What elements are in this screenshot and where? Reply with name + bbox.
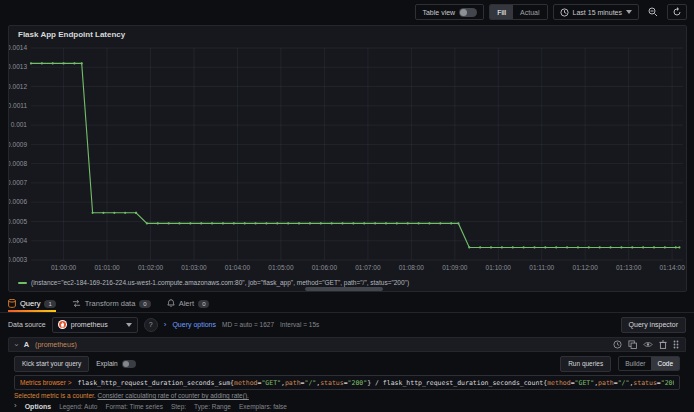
tab-transform-data[interactable]: Transform data 0 <box>72 295 151 312</box>
query-row-actions <box>613 340 679 349</box>
table-view-group[interactable]: Table view <box>415 4 484 20</box>
options-row[interactable]: › Options Legend: AutoFormat: Time serie… <box>14 402 680 410</box>
zoom-out-icon <box>648 7 658 17</box>
datasource-help-button[interactable]: ? <box>144 318 158 332</box>
explain-label: Explain <box>96 360 117 367</box>
metrics-browser-toggle[interactable]: Metrics browser > <box>20 379 71 386</box>
explain-toggle[interactable] <box>122 360 136 368</box>
svg-text:0.0003: 0.0003 <box>9 256 27 263</box>
options-detail: Legend: Auto <box>59 403 97 410</box>
warning-text: Selected metric is a counter. <box>14 392 96 399</box>
svg-text:01:05:00: 01:05:00 <box>268 264 294 271</box>
svg-text:01:12:00: 01:12:00 <box>573 264 599 271</box>
promql-expression[interactable]: flask_http_request_duration_seconds_sum{… <box>77 379 674 387</box>
legend-series-swatch <box>18 282 27 284</box>
svg-text:0.0013: 0.0013 <box>9 63 27 70</box>
chevron-right-icon: › <box>164 321 167 329</box>
svg-text:01:10:00: 01:10:00 <box>486 264 512 271</box>
tab-query-label: Query <box>20 299 40 308</box>
tab-alert[interactable]: Alert 0 <box>167 295 210 312</box>
options-detail: Step: <box>171 403 186 410</box>
bell-icon <box>167 299 175 308</box>
explain-control: Explain <box>96 360 135 368</box>
builder-code-group: Builder Code <box>618 356 680 371</box>
interval-detail: Interval = 15s <box>280 321 319 328</box>
counter-warning: Selected metric is a counter. Consider c… <box>14 392 680 399</box>
query-options-toggle[interactable]: Query options <box>172 321 216 328</box>
svg-text:01:01:00: 01:01:00 <box>94 264 120 271</box>
svg-text:01:08:00: 01:08:00 <box>399 264 425 271</box>
options-detail: Exemplars: false <box>239 403 287 410</box>
table-view-label: Table view <box>422 9 455 16</box>
fill-button[interactable]: Fill <box>490 5 513 19</box>
clock-icon <box>560 8 569 17</box>
horizontal-scrollbar-thumb[interactable] <box>305 287 383 291</box>
warning-rate-link[interactable]: Consider calculating rate of counter by … <box>97 392 248 399</box>
fill-actual-group: Fill Actual <box>489 4 547 20</box>
svg-text:0.0012: 0.0012 <box>9 83 27 90</box>
svg-text:0.0006: 0.0006 <box>9 198 27 205</box>
svg-text:0.0007: 0.0007 <box>9 179 27 186</box>
svg-text:01:02:00: 01:02:00 <box>138 264 164 271</box>
svg-text:0.0004: 0.0004 <box>9 237 27 244</box>
tabs-divider <box>0 312 694 313</box>
trash-icon[interactable] <box>659 340 667 349</box>
collapse-chevron-icon[interactable]: › <box>12 343 20 346</box>
tab-transform-count: 0 <box>139 300 150 308</box>
svg-text:01:03:00: 01:03:00 <box>181 264 207 271</box>
svg-text:0.0009: 0.0009 <box>9 141 27 148</box>
datasource-row: Data source prometheus ? › Query options… <box>8 315 686 334</box>
panel-edit-toolbar: Table view Fill Actual Last 15 minutes <box>0 0 694 24</box>
history-icon[interactable] <box>613 340 622 349</box>
svg-text:01:07:00: 01:07:00 <box>355 264 381 271</box>
run-queries-button[interactable]: Run queries <box>560 356 611 372</box>
drag-handle-icon[interactable] <box>673 340 679 349</box>
datasource-label: Data source <box>8 321 46 328</box>
tab-alert-count: 0 <box>198 300 209 308</box>
tab-alert-label: Alert <box>179 299 194 308</box>
svg-text:01:04:00: 01:04:00 <box>225 264 251 271</box>
panel-title: Flask App Endpoint Latency <box>9 26 686 43</box>
svg-text:01:00:00: 01:00:00 <box>51 264 77 271</box>
query-ref-id: A <box>24 340 29 349</box>
svg-text:01:06:00: 01:06:00 <box>312 264 338 271</box>
code-button[interactable]: Code <box>651 357 679 370</box>
query-datasource-hint: (prometheus) <box>35 341 77 348</box>
copy-icon[interactable] <box>628 340 637 349</box>
svg-text:01:14:00: 01:14:00 <box>659 264 685 271</box>
table-view-toggle[interactable] <box>459 8 477 17</box>
query-inspector-button[interactable]: Query inspector <box>621 317 686 333</box>
datasource-select[interactable]: prometheus <box>52 317 138 333</box>
options-chevron-icon[interactable]: › <box>14 402 17 410</box>
svg-text:0.0011: 0.0011 <box>9 102 27 109</box>
svg-text:01:09:00: 01:09:00 <box>442 264 468 271</box>
query-editor-card: › A (prometheus) <box>8 337 686 408</box>
tab-transform-label: Transform data <box>85 299 136 308</box>
svg-text:0.0005: 0.0005 <box>9 218 27 225</box>
actual-button[interactable]: Actual <box>513 5 546 19</box>
database-icon <box>8 299 16 308</box>
svg-text:0.0008: 0.0008 <box>9 160 27 167</box>
refresh-button[interactable] <box>667 4 687 20</box>
time-range-label: Last 15 minutes <box>573 9 622 16</box>
promql-editor[interactable]: Metrics browser > flask_http_request_dur… <box>14 375 680 390</box>
eye-icon[interactable] <box>643 340 653 349</box>
latency-chart[interactable]: 0.00030.00040.00050.00060.00070.00080.00… <box>9 43 688 275</box>
options-detail: Type: Range <box>194 403 231 410</box>
svg-text:0.0014: 0.0014 <box>9 44 27 51</box>
query-row-header[interactable]: › A (prometheus) <box>8 337 686 352</box>
builder-button[interactable]: Builder <box>619 357 651 370</box>
tab-query-count: 1 <box>44 300 55 308</box>
latency-panel: Flask App Endpoint Latency 0.00030.00040… <box>8 25 687 292</box>
zoom-out-button[interactable] <box>644 4 662 20</box>
query-options-detail: MD = auto = 1627 <box>222 321 274 328</box>
svg-text:01:11:00: 01:11:00 <box>529 264 554 271</box>
chevron-down-icon <box>626 10 632 14</box>
kick-start-query-button[interactable]: Kick start your query <box>14 356 89 372</box>
options-detail: Format: Time series <box>105 403 162 410</box>
tab-query[interactable]: Query 1 <box>8 295 56 312</box>
svg-text:01:13:00: 01:13:00 <box>616 264 642 271</box>
editor-tabs: Query 1 Transform data 0 Alert 0 <box>8 295 209 312</box>
options-label: Options <box>25 403 51 410</box>
time-range-picker[interactable]: Last 15 minutes <box>553 4 639 20</box>
